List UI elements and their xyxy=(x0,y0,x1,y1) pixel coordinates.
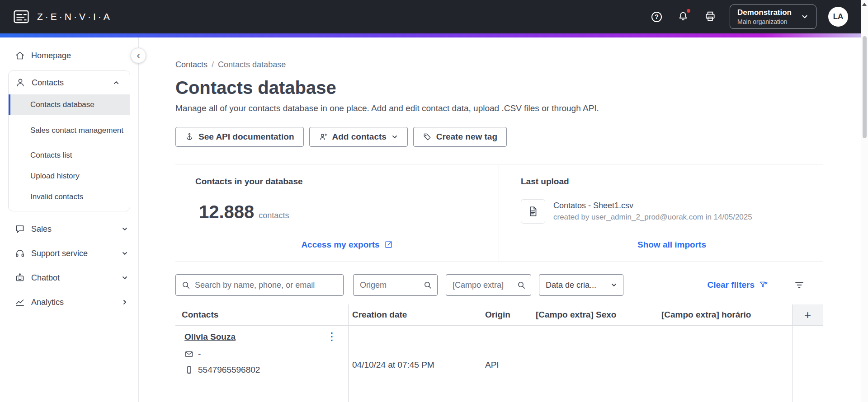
contacts-count-card: Contacts in your database 12.888 contact… xyxy=(175,164,499,262)
contact-email: - xyxy=(198,349,201,359)
see-api-documentation-button[interactable]: See API documentation xyxy=(175,127,304,147)
contacts-count-value: 12.888 xyxy=(199,202,254,222)
sidebar-item-sales-contact-management[interactable]: Sales contact management xyxy=(9,115,130,145)
avatar[interactable]: LA xyxy=(828,7,848,27)
phone-icon xyxy=(184,365,193,374)
scrollbar-up-arrow[interactable] xyxy=(862,3,867,6)
sidebar-item-contacts-list[interactable]: Contacts list xyxy=(9,145,130,166)
organization-selector[interactable]: Demonstration Main organization xyxy=(730,5,816,29)
sidebar-item-label: Analytics xyxy=(31,298,115,307)
email-icon xyxy=(184,350,193,359)
notifications-button[interactable] xyxy=(675,9,691,25)
sidebar-item-chatbot[interactable]: Chatbot xyxy=(0,266,138,290)
filter-list-button[interactable] xyxy=(794,280,805,290)
sidebar-item-label: Chatbot xyxy=(31,273,115,283)
add-column-button[interactable]: + xyxy=(792,304,823,325)
sidebar-collapse-button[interactable]: ‹ xyxy=(131,48,146,63)
home-icon xyxy=(14,50,25,61)
organization-text: Demonstration Main organization xyxy=(737,8,792,25)
button-label: Create new tag xyxy=(436,132,497,142)
link-label: Show all imports xyxy=(637,240,706,250)
show-all-imports-link[interactable]: Show all imports xyxy=(637,240,706,250)
column-header-campo-extra-sexo: [Campo extra] Sexo xyxy=(536,304,661,325)
link-label: Clear filters xyxy=(707,280,755,290)
last-upload-file: Contatos - Sheet1.csv created by user_ad… xyxy=(521,199,823,224)
page-scrollbar[interactable] xyxy=(861,0,868,402)
organization-subtitle: Main organization xyxy=(737,18,792,25)
sidebar-item-contacts-database[interactable]: Contacts database xyxy=(9,94,130,115)
printer-icon xyxy=(704,10,716,23)
notification-dot xyxy=(686,8,691,14)
search-input[interactable] xyxy=(175,274,344,296)
column-header-campo-extra-horario: [Campo extra] horário xyxy=(661,304,792,325)
sidebar-item-label: Sales xyxy=(31,224,115,234)
add-contacts-button[interactable]: Add contacts xyxy=(309,127,408,147)
api-icon xyxy=(185,132,194,141)
robot-icon xyxy=(14,272,25,283)
origin-cell: API xyxy=(483,326,536,402)
print-button[interactable] xyxy=(703,9,718,25)
chevron-down-icon xyxy=(610,281,618,289)
sidebar-item-homepage[interactable]: Homepage xyxy=(0,43,138,68)
contact-name-link[interactable]: Olivia Souza xyxy=(184,332,236,342)
help-button[interactable]: ? xyxy=(650,10,664,24)
file-meta: created by user_admin_2_prod@uorak.com i… xyxy=(553,213,752,222)
contact-cell: Olivia Souza ⋮ - xyxy=(175,326,349,402)
toolbar: See API documentation Add contacts xyxy=(175,127,823,147)
breadcrumb-separator: / xyxy=(212,60,214,70)
create-new-tag-button[interactable]: Create new tag xyxy=(413,127,507,147)
link-label: Access my exports xyxy=(301,240,379,250)
search-icon xyxy=(181,280,190,291)
card-title: Last upload xyxy=(521,177,823,187)
extra-field-wrap xyxy=(446,274,531,296)
contact-phone: 5547965596802 xyxy=(198,365,260,375)
main-content: Contacts / Contacts database Contacts da… xyxy=(139,37,868,402)
summary-cards: Contacts in your database 12.888 contact… xyxy=(175,164,823,262)
chevron-down-icon xyxy=(121,250,128,257)
zenvia-logo-icon xyxy=(12,8,31,25)
campo-extra-horario-cell xyxy=(661,326,792,402)
sidebar-item-upload-history[interactable]: Upload history xyxy=(9,166,130,187)
file-info: Contatos - Sheet1.csv created by user_ad… xyxy=(553,201,752,222)
creation-date-filter-dropdown[interactable]: Data de cria... xyxy=(539,274,623,296)
brand-gradient-bar xyxy=(0,33,868,37)
table-row: Olivia Souza ⋮ - xyxy=(175,326,823,402)
chevron-up-icon xyxy=(113,79,120,86)
sidebar-item-support-service[interactable]: Support service xyxy=(0,241,138,266)
brand-wordmark: Z·E·N·V·I·A xyxy=(37,11,112,22)
person-icon xyxy=(15,77,26,88)
file-icon xyxy=(521,199,545,224)
add-column-cell xyxy=(792,326,823,402)
sidebar-item-contacts[interactable]: Contacts xyxy=(9,71,130,94)
sidebar-item-label: Support service xyxy=(31,249,115,258)
sidebar: ‹ Homepage Contacts Cont xyxy=(0,37,139,402)
sidebar-item-analytics[interactable]: Analytics xyxy=(0,290,138,314)
organization-name: Demonstration xyxy=(737,8,792,17)
help-icon: ? xyxy=(651,12,662,22)
tag-icon xyxy=(423,132,432,141)
line-chart-icon xyxy=(14,297,25,308)
contacts-count: 12.888 contacts xyxy=(195,202,499,222)
row-menu-button[interactable]: ⋮ xyxy=(325,332,339,341)
top-actions: ? Demonstration Main xyxy=(650,5,848,29)
chevron-down-icon xyxy=(121,274,128,281)
access-my-exports-link[interactable]: Access my exports xyxy=(301,240,392,250)
contact-email-line: - xyxy=(184,349,339,359)
breadcrumb-contacts[interactable]: Contacts xyxy=(175,60,208,70)
table-header-row: Contacts Creation date Origin [Campo ext… xyxy=(175,304,823,326)
search-icon xyxy=(517,280,526,291)
top-bar: Z·E·N·V·I·A ? xyxy=(0,0,868,33)
page-subtitle: Manage all of your contacts database in … xyxy=(175,103,823,114)
clear-filters-button[interactable]: Clear filters xyxy=(707,280,769,290)
button-label: Add contacts xyxy=(332,132,387,142)
scrollbar-thumb[interactable] xyxy=(863,36,867,138)
sidebar-item-label: Homepage xyxy=(31,51,128,61)
breadcrumb: Contacts / Contacts database xyxy=(175,60,823,70)
sidebar-item-invalid-contacts[interactable]: Invalid contacts xyxy=(9,187,130,207)
button-label: See API documentation xyxy=(198,132,294,142)
sidebar-item-sales[interactable]: Sales xyxy=(0,217,138,241)
column-header-creation-date: Creation date xyxy=(349,304,483,325)
chevron-right-icon xyxy=(121,299,128,306)
chevron-down-icon xyxy=(801,13,809,21)
dropdown-value: Data de cria... xyxy=(546,280,596,290)
